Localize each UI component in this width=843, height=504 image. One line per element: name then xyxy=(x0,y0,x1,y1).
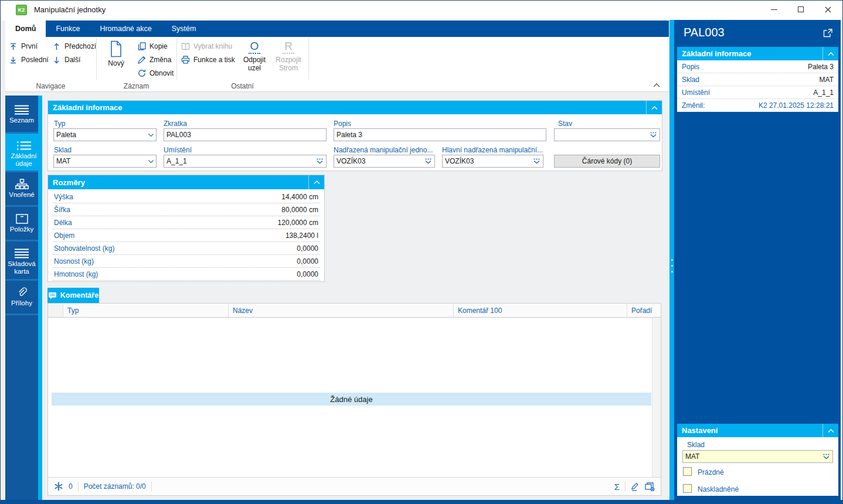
chevron-down-icon[interactable] xyxy=(148,134,154,137)
add-record-button[interactable] xyxy=(645,482,655,491)
zkratka-input[interactable]: PAL003 xyxy=(164,128,327,141)
select-book-button[interactable]: Vybrat knihu xyxy=(181,40,232,52)
dimension-row: Nosnost (kg)0,0000 xyxy=(52,255,320,268)
copy-icon xyxy=(137,42,146,50)
title-bar: K2 Manipulační jednotky xyxy=(1,1,842,21)
sidebar-item-zakladni-udaje[interactable]: Základní údaje xyxy=(5,134,42,171)
sidebar-item-skladova-karta[interactable]: Skladová karta xyxy=(5,241,38,279)
close-button[interactable] xyxy=(814,1,841,18)
ribbon: První Poslední Předchozí Další Nový xyxy=(5,37,669,81)
copy-button[interactable]: Kopie xyxy=(137,40,168,52)
new-button[interactable]: Nový xyxy=(100,38,132,80)
checkbox-prazdne[interactable] xyxy=(683,467,692,476)
next-button[interactable]: Další xyxy=(52,54,80,66)
lookup-icon[interactable] xyxy=(822,454,830,459)
vertical-scrollbar[interactable] xyxy=(652,318,661,478)
maximize-button[interactable] xyxy=(787,1,814,18)
column-komentar[interactable]: Komentář 100 xyxy=(454,304,627,317)
dimension-row: Délka120,0000 cm xyxy=(52,216,320,229)
settings-sklad-label: Sklad xyxy=(687,441,705,449)
function-print-button[interactable]: Funkce a tisk xyxy=(181,54,235,66)
comments-table-header: Typ Název Komentář 100 Pořadí xyxy=(48,304,661,318)
tab-funkce[interactable]: Funkce xyxy=(46,21,90,37)
split-tree-button[interactable]: R RozpojitStrom xyxy=(273,38,304,80)
dimension-row: Objem138,2400 l xyxy=(52,229,320,242)
new-label: Nový xyxy=(108,59,124,67)
nadrazena-label: Nadřazená manipulační jedno... xyxy=(334,146,433,154)
minimize-button[interactable] xyxy=(760,1,787,18)
last-button[interactable]: Poslední xyxy=(9,54,49,66)
copy-label: Kopie xyxy=(149,42,168,50)
collapse-button[interactable] xyxy=(646,101,662,114)
collapse-button[interactable] xyxy=(822,47,838,60)
barcodes-button[interactable]: Čárové kódy (0) xyxy=(554,155,660,168)
collapse-button[interactable] xyxy=(308,175,324,189)
sklad-select[interactable]: MAT xyxy=(53,155,157,168)
split-label-2: Strom xyxy=(279,64,298,72)
checkbox-naskladnene[interactable] xyxy=(683,484,692,493)
column-nazev[interactable]: Název xyxy=(229,304,454,317)
ribbon-collapse-button[interactable] xyxy=(653,83,660,87)
selector-column-header[interactable] xyxy=(48,304,63,317)
group-separator xyxy=(176,38,177,80)
info-row: UmístěníA_1_1 xyxy=(677,86,838,99)
disconnect-label-2: uzel xyxy=(248,64,261,72)
edit-button[interactable] xyxy=(631,482,640,491)
sklad-label: Sklad xyxy=(54,146,72,154)
menu-icon xyxy=(14,103,29,117)
lookup-icon[interactable] xyxy=(533,158,541,164)
record-title: PAL003 xyxy=(684,26,725,39)
sidebar-item-seznam[interactable]: Seznam xyxy=(5,98,38,132)
comment-bubble-icon xyxy=(48,292,57,299)
hlavni-lookup[interactable]: VOZÍK03 xyxy=(442,155,543,168)
settings-sklad-lookup[interactable]: MAT xyxy=(682,450,833,463)
lookup-icon[interactable] xyxy=(650,132,657,138)
column-typ[interactable]: Typ xyxy=(63,304,229,317)
umisteni-label: Umístění xyxy=(164,146,192,154)
list-icon xyxy=(16,138,32,152)
basic-info-title: Základní informace xyxy=(53,103,122,112)
lookup-icon[interactable] xyxy=(316,158,324,164)
typ-select[interactable]: Paleta xyxy=(53,128,157,141)
tab-domu[interactable]: Domů xyxy=(5,21,46,37)
panel-splitter[interactable] xyxy=(669,20,674,500)
asterisk-icon[interactable] xyxy=(54,482,63,491)
nadrazena-lookup[interactable]: VOZÍK03 xyxy=(334,155,435,168)
record-count: Počet záznamů: 0/0 xyxy=(84,482,146,491)
open-in-window-icon[interactable] xyxy=(823,29,832,38)
sum-button[interactable]: Σ xyxy=(614,482,620,492)
previous-button[interactable]: Předchozí xyxy=(52,40,96,52)
refresh-icon xyxy=(137,69,146,77)
disconnect-node-button[interactable]: O Odpojituzel xyxy=(239,38,270,80)
tab-komentare[interactable]: Komentáře xyxy=(47,288,99,303)
sidebar-item-polozky[interactable]: Položky xyxy=(5,207,38,240)
sidebar-item-prilohy[interactable]: Přílohy xyxy=(5,281,38,314)
sidebar-item-vnorene[interactable]: Vnořené xyxy=(5,172,38,205)
arrow-down-to-bar-icon xyxy=(9,56,18,64)
sidebar-item-label: Položky xyxy=(10,226,33,233)
stav-lookup[interactable] xyxy=(554,128,660,141)
popis-input[interactable]: Paleta 3 xyxy=(334,128,546,141)
arrow-up-icon xyxy=(52,43,61,50)
umisteni-lookup[interactable]: A_1_1 xyxy=(164,155,327,168)
settings-card: Nastavení Sklad MAT Prázdné Naskladněné xyxy=(677,424,838,496)
collapse-button[interactable] xyxy=(822,424,838,437)
lookup-icon[interactable] xyxy=(424,158,432,164)
first-label: První xyxy=(21,42,38,50)
sidebar-item-label: Přílohy xyxy=(11,299,32,307)
change-button[interactable]: Změna xyxy=(137,54,171,66)
tab-system[interactable]: Systém xyxy=(162,21,206,37)
column-poradi[interactable]: Pořadí xyxy=(627,304,653,317)
paperclip-icon xyxy=(17,285,27,299)
first-button[interactable]: První xyxy=(9,40,38,52)
chevron-up-icon xyxy=(651,106,658,110)
pencil-icon xyxy=(137,56,146,64)
tab-hromadne-akce[interactable]: Hromadné akce xyxy=(90,21,161,37)
basic-info-card: Základní informace PopisPaleta 3 SkladMA… xyxy=(677,47,838,112)
refresh-button[interactable]: Obnovit xyxy=(137,67,174,79)
select-book-label: Vybrat knihu xyxy=(193,42,232,50)
group-separator xyxy=(96,38,97,80)
chevron-down-icon[interactable] xyxy=(148,160,154,163)
status-count: 0 xyxy=(69,482,73,491)
group-navigace-label: Navigace xyxy=(5,82,96,90)
